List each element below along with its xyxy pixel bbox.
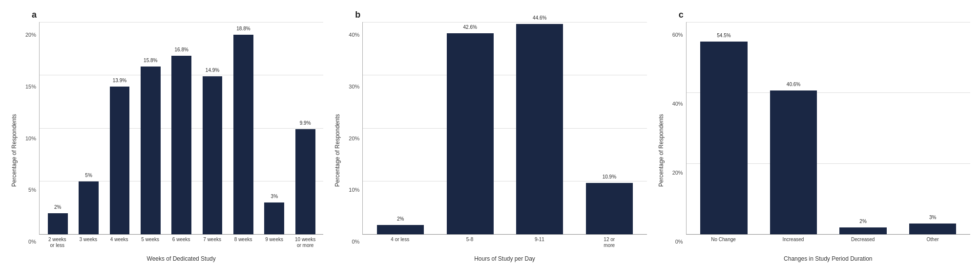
y-tick: 20%: [672, 170, 683, 176]
x-axis-labels-chart-b: 4 or less5-89-1112 or more: [362, 235, 646, 254]
x-tick: 7 weeks: [198, 237, 226, 243]
x-tick: Decreased: [829, 237, 897, 243]
bar-value-label: 2%: [54, 204, 61, 210]
y-axis-label-chart-a: Percentage of Respondents: [10, 22, 19, 264]
x-tick: 9-11: [506, 237, 573, 243]
x-tick: 6 weeks: [167, 237, 195, 243]
bars-grid-chart-c: 54.5%40.6%2%3%: [686, 22, 970, 235]
bar-value-label: 5%: [85, 173, 92, 178]
bar-group: 2%: [367, 22, 434, 234]
bar-group: 40.6%: [760, 22, 827, 234]
bar-group: 9.9%: [291, 22, 319, 234]
charts-container: aPercentage of Respondents20%15%10%5%0%2…: [0, 0, 980, 269]
bar: 2%: [48, 213, 68, 234]
bar-group: 42.6%: [437, 22, 504, 234]
bar: 13.9%: [110, 87, 130, 234]
x-axis-title-chart-c: Changes in Study Period Duration: [686, 254, 970, 264]
bar: 10.9%: [586, 183, 633, 234]
bar-group: 18.8%: [229, 22, 257, 234]
bar-value-label: 3%: [929, 215, 936, 220]
bar-value-label: 44.6%: [533, 15, 546, 21]
bar: 9.9%: [295, 129, 315, 234]
y-tick: 20%: [25, 32, 36, 38]
bar-value-label: 42.6%: [463, 24, 477, 30]
y-tick: 60%: [672, 32, 683, 38]
y-tick: 10%: [349, 187, 359, 193]
y-tick: 0%: [352, 239, 359, 245]
bar-group: 13.9%: [105, 22, 134, 234]
bars-row-chart-c: 54.5%40.6%2%3%: [687, 22, 970, 234]
plot-area-chart-b: 2%42.6%44.6%10.9%4 or less5-89-1112 or m…: [362, 22, 646, 264]
x-tick: Increased: [759, 237, 827, 243]
bars-grid-chart-b: 2%42.6%44.6%10.9%: [362, 22, 646, 235]
x-tick: 4 weeks: [105, 237, 133, 243]
bar-group: 10.9%: [576, 22, 643, 234]
y-tick: 40%: [349, 32, 359, 38]
bar: 16.8%: [171, 56, 191, 234]
panel-chart-a: aPercentage of Respondents20%15%10%5%0%2…: [5, 10, 328, 264]
bars-row-chart-b: 2%42.6%44.6%10.9%: [363, 22, 646, 234]
bar-group: 14.9%: [198, 22, 227, 234]
bar-value-label: 3%: [271, 194, 278, 199]
x-tick: 12 or more: [576, 237, 643, 248]
bar-group: 15.8%: [136, 22, 165, 234]
bar-value-label: 16.8%: [174, 47, 188, 52]
x-tick: No Change: [690, 237, 757, 243]
x-axis-labels-chart-a: 2 weeks or less3 weeks4 weeks5 weeks6 we…: [39, 235, 323, 254]
panel-chart-b: bPercentage of Respondents40%30%20%10%0%…: [328, 10, 651, 264]
bar: 3%: [264, 202, 284, 234]
y-tick: 5%: [28, 187, 36, 193]
bar-group: 54.5%: [690, 22, 758, 234]
x-tick: 9 weeks: [260, 237, 288, 243]
chart-label-chart-b: b: [333, 10, 646, 20]
x-tick: 5 weeks: [136, 237, 164, 243]
bar-group: 2%: [43, 22, 72, 234]
bar-value-label: 2%: [397, 216, 404, 222]
bar: 40.6%: [770, 90, 817, 234]
y-axis-label-chart-c: Percentage of Respondents: [657, 22, 666, 264]
y-axis-chart-b: 40%30%20%10%0%: [342, 22, 362, 264]
chart-area-chart-c: Percentage of Respondents60%40%20%0%54.5…: [657, 22, 970, 264]
bar-value-label: 10.9%: [603, 174, 616, 179]
bar-value-label: 2%: [859, 219, 866, 224]
y-axis-chart-a: 20%15%10%5%0%: [19, 22, 39, 264]
bar: 5%: [79, 181, 99, 235]
panel-chart-c: cPercentage of Respondents60%40%20%0%54.…: [652, 10, 975, 264]
bar-group: 44.6%: [506, 22, 573, 234]
x-tick: 5-8: [436, 237, 503, 243]
y-tick: 0%: [675, 239, 683, 245]
bar-value-label: 14.9%: [206, 67, 219, 73]
chart-area-chart-b: Percentage of Respondents40%30%20%10%0%2…: [333, 22, 646, 264]
bar-value-label: 18.8%: [236, 26, 250, 31]
bar: 2%: [839, 227, 886, 234]
bar: 54.5%: [700, 42, 747, 234]
bars-grid-chart-a: 2%5%13.9%15.8%16.8%14.9%18.8%3%9.9%: [39, 22, 323, 235]
bar-value-label: 9.9%: [300, 120, 311, 126]
bar-group: 3%: [260, 22, 289, 234]
x-tick: 2 weeks or less: [43, 237, 71, 248]
bar: 14.9%: [203, 76, 223, 234]
bar-value-label: 15.8%: [144, 58, 157, 63]
bars-row-chart-a: 2%5%13.9%15.8%16.8%14.9%18.8%3%9.9%: [40, 22, 323, 234]
bar: 15.8%: [141, 67, 161, 234]
bar-value-label: 54.5%: [717, 33, 730, 38]
x-tick: Other: [899, 237, 966, 243]
x-tick: 10 weeks or more: [291, 237, 319, 248]
bar: 2%: [377, 225, 424, 234]
chart-label-chart-c: c: [657, 10, 970, 20]
bar-group: 5%: [74, 22, 103, 234]
bar-value-label: 13.9%: [113, 78, 126, 83]
y-tick: 10%: [25, 135, 36, 141]
bar-group: 16.8%: [167, 22, 196, 234]
plot-area-chart-c: 54.5%40.6%2%3%No ChangeIncreasedDecrease…: [686, 22, 970, 264]
x-tick: 4 or less: [366, 237, 434, 243]
bar-group: 3%: [899, 22, 966, 234]
bar: 42.6%: [447, 33, 494, 234]
y-tick: 30%: [349, 84, 359, 90]
x-axis-title-chart-b: Hours of Study per Day: [362, 254, 646, 264]
y-tick: 20%: [349, 135, 359, 141]
x-axis-labels-chart-c: No ChangeIncreasedDecreasedOther: [686, 235, 970, 254]
y-tick: 15%: [25, 84, 36, 90]
bar: 3%: [909, 224, 956, 234]
y-axis-label-chart-b: Percentage of Respondents: [333, 22, 342, 264]
